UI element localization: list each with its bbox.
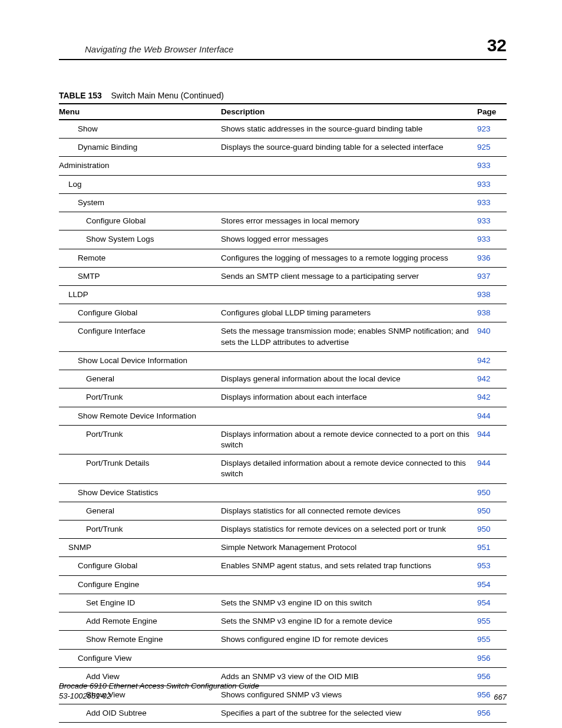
table-label: TABLE 153 <box>59 91 102 100</box>
menu-cell: LLDP <box>59 285 221 304</box>
description-cell: Configures global LLDP timing parameters <box>221 304 477 322</box>
menu-cell: Configure Global <box>59 557 221 575</box>
description-cell <box>221 649 477 667</box>
menu-cell: Dynamic Binding <box>59 139 221 157</box>
page-link[interactable]: 940 <box>477 322 507 351</box>
page-link[interactable]: 944 <box>477 407 507 425</box>
page-link[interactable]: 933 <box>477 212 507 230</box>
page-container: Navigating the Web Browser Interface 32 … <box>0 0 562 728</box>
menu-cell: Port/Trunk <box>59 388 221 407</box>
table-title: Switch Main Menu (Continued) <box>111 91 223 100</box>
description-cell: Displays information about each interfac… <box>221 388 477 407</box>
table-row: System933 <box>59 193 507 212</box>
page-link[interactable]: 933 <box>477 175 507 193</box>
menu-cell: Remote <box>59 249 221 267</box>
table-row: Set Engine IDSets the SNMP v3 engine ID … <box>59 594 507 612</box>
menu-cell: System <box>59 193 221 212</box>
page-link[interactable]: 956 <box>477 704 507 723</box>
table-row: Log933 <box>59 175 507 193</box>
page-link[interactable]: 933 <box>477 230 507 249</box>
page-link[interactable]: 938 <box>477 285 507 304</box>
page-link[interactable]: 925 <box>477 139 507 157</box>
menu-cell: General <box>59 502 221 520</box>
page-link[interactable]: 956 <box>477 723 507 728</box>
table-row: Show Remote EngineShows configured engin… <box>59 631 507 649</box>
description-cell: Shows the subtrees assigned to each view <box>221 723 477 728</box>
description-cell: Specifies a part of the subtree for the … <box>221 704 477 723</box>
description-cell <box>221 193 477 212</box>
page-link[interactable]: 937 <box>477 267 507 285</box>
description-cell: Displays detailed information about a re… <box>221 454 477 483</box>
chapter-number: 32 <box>487 37 507 54</box>
page-link[interactable]: 933 <box>477 157 507 175</box>
page-link[interactable]: 942 <box>477 370 507 388</box>
table-row: Configure InterfaceSets the message tran… <box>59 322 507 351</box>
table-row: ShowShows static addresses in the source… <box>59 120 507 139</box>
table-row: Configure View956 <box>59 649 507 667</box>
page-link[interactable]: 956 <box>477 649 507 667</box>
footer-page-number: 667 <box>494 693 507 701</box>
page-link[interactable]: 954 <box>477 575 507 594</box>
menu-cell: Add OID Subtree <box>59 704 221 723</box>
footer-doc-title: Brocade 6910 Ethernet Access Switch Conf… <box>59 681 259 690</box>
description-cell: Sets the message transmission mode; enab… <box>221 322 477 351</box>
page-link[interactable]: 950 <box>477 483 507 502</box>
table-row: GeneralDisplays statistics for all conne… <box>59 502 507 520</box>
menu-cell: Show Device Statistics <box>59 483 221 502</box>
menu-cell: Configure View <box>59 649 221 667</box>
page-link[interactable]: 953 <box>477 557 507 575</box>
page-link[interactable]: 944 <box>477 425 507 454</box>
table-row: Add Remote EngineSets the SNMP v3 engine… <box>59 612 507 631</box>
page-link[interactable]: 938 <box>477 304 507 322</box>
menu-cell: Port/Trunk Details <box>59 454 221 483</box>
description-cell: Shows logged error messages <box>221 230 477 249</box>
menu-cell: Show Local Device Information <box>59 351 221 370</box>
description-cell: Displays general information about the l… <box>221 370 477 388</box>
page-link[interactable]: 950 <box>477 502 507 520</box>
page-link[interactable]: 942 <box>477 388 507 407</box>
table-row: Configure GlobalStores error messages in… <box>59 212 507 230</box>
page-link[interactable]: 954 <box>477 594 507 612</box>
table-row: Port/TrunkDisplays information about eac… <box>59 388 507 407</box>
menu-table: Menu Description Page ShowShows static a… <box>59 103 507 728</box>
menu-cell: SMTP <box>59 267 221 285</box>
description-cell: Enables SNMP agent status, and sets rela… <box>221 557 477 575</box>
table-row: SNMPSimple Network Management Protocol95… <box>59 539 507 557</box>
description-cell: Configures the logging of messages to a … <box>221 249 477 267</box>
menu-cell: Port/Trunk <box>59 425 221 454</box>
page-link[interactable]: 951 <box>477 539 507 557</box>
footer-doc-info: Brocade 6910 Ethernet Access Switch Conf… <box>59 681 259 701</box>
menu-cell: Show OID Subtree <box>59 723 221 728</box>
menu-cell: Log <box>59 175 221 193</box>
page-link[interactable]: 942 <box>477 351 507 370</box>
description-cell <box>221 407 477 425</box>
page-link[interactable]: 923 <box>477 120 507 139</box>
table-row: RemoteConfigures the logging of messages… <box>59 249 507 267</box>
description-cell <box>221 575 477 594</box>
page-link[interactable]: 933 <box>477 193 507 212</box>
page-header: Navigating the Web Browser Interface 32 <box>59 37 507 60</box>
description-cell: Displays information about a remote devi… <box>221 425 477 454</box>
page-link[interactable]: 955 <box>477 612 507 631</box>
menu-cell: Add Remote Engine <box>59 612 221 631</box>
description-cell: Sets the SNMP v3 engine ID for a remote … <box>221 612 477 631</box>
description-cell <box>221 157 477 175</box>
footer-doc-number: 53-1002651-02 <box>59 691 111 700</box>
table-row: Dynamic BindingDisplays the source-guard… <box>59 139 507 157</box>
table-header-row: Menu Description Page <box>59 104 507 120</box>
description-cell <box>221 285 477 304</box>
running-header-title: Navigating the Web Browser Interface <box>59 44 233 54</box>
table-row: Show Device Statistics950 <box>59 483 507 502</box>
col-header-description: Description <box>221 104 477 120</box>
page-link[interactable]: 950 <box>477 521 507 539</box>
menu-cell: Show <box>59 120 221 139</box>
description-cell <box>221 351 477 370</box>
table-row: Administration933 <box>59 157 507 175</box>
description-cell: Displays statistics for all connected re… <box>221 502 477 520</box>
table-row: Configure GlobalConfigures global LLDP t… <box>59 304 507 322</box>
menu-cell: Configure Global <box>59 304 221 322</box>
page-link[interactable]: 936 <box>477 249 507 267</box>
page-link[interactable]: 955 <box>477 631 507 649</box>
description-cell: Sets the SNMP v3 engine ID on this switc… <box>221 594 477 612</box>
page-link[interactable]: 944 <box>477 454 507 483</box>
